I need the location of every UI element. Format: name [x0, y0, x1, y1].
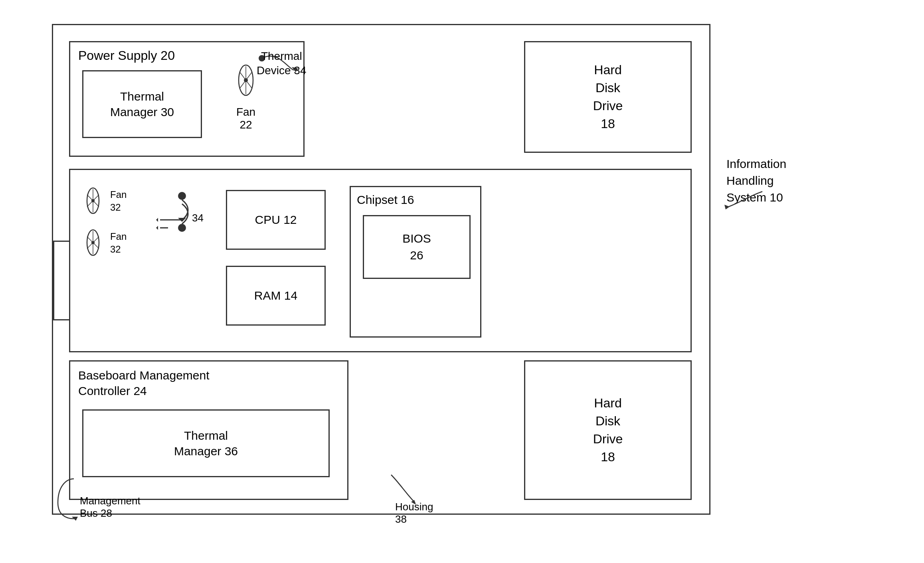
ihs-arrow-svg — [702, 184, 774, 223]
fan-32-upper-icon — [78, 186, 108, 216]
fan-32-upper-label: Fan32 — [110, 188, 127, 213]
svg-point-4 — [244, 78, 248, 82]
thermal-manager-36-label: ThermalManager 36 — [174, 428, 238, 459]
fan-32-upper: Fan32 — [78, 186, 158, 216]
svg-point-17 — [178, 192, 186, 200]
fan-32-lower-label: Fan32 — [110, 230, 127, 255]
chipset-box: Chipset 16 BIOS26 — [350, 186, 481, 338]
bios-label: BIOS26 — [402, 230, 431, 264]
housing-box: Power Supply 20 ThermalManager 30 Fan22 — [52, 24, 710, 515]
housing-area: Housing 38 — [367, 471, 447, 512]
svg-marker-23 — [156, 226, 158, 230]
svg-point-11 — [91, 199, 95, 202]
housing-label: Housing 38 — [395, 501, 447, 525]
thermal-34-label: 34 — [192, 212, 204, 224]
chipset-label: Chipset 16 — [357, 193, 414, 207]
fan-32-lower-icon — [78, 228, 108, 258]
bmc-label: Baseboard ManagementController 24 — [78, 367, 210, 399]
power-supply-label: Power Supply 20 — [78, 48, 175, 63]
fan-32-lower: Fan32 — [78, 228, 158, 258]
ihs-area: InformationHandlingSystem 10 — [726, 156, 786, 206]
fan-22-label: Fan22 — [226, 106, 266, 131]
middle-section-box: Fan32 Fan32 — [69, 169, 692, 352]
svg-point-16 — [91, 241, 95, 244]
svg-marker-26 — [724, 205, 730, 209]
cpu-label: CPU 12 — [255, 213, 297, 227]
management-bus-label: Management Bus 28 — [80, 495, 142, 520]
cpu-box: CPU 12 — [226, 190, 326, 250]
hdd-top-box: HardDiskDrive18 — [524, 41, 692, 153]
thermal-34-arrows: 34 — [156, 190, 208, 239]
ram-label: RAM 14 — [254, 289, 297, 302]
connector-tab — [53, 241, 69, 320]
hdd-bottom-label: HardDiskDrive18 — [593, 394, 623, 466]
hdd-top-label: HardDiskDrive18 — [593, 61, 623, 132]
hdd-bottom-box: HardDiskDrive18 — [524, 360, 692, 500]
diagram-container: Power Supply 20 ThermalManager 30 Fan22 — [40, 12, 884, 551]
fan-32-group: Fan32 Fan32 — [78, 186, 158, 258]
svg-point-21 — [178, 224, 186, 232]
thermal-manager-36-box: ThermalManager 36 — [82, 409, 330, 477]
thermal-device-label: ThermalDevice 34 — [257, 49, 307, 78]
svg-marker-20 — [156, 218, 158, 222]
thermal-manager-30-label: ThermalManager 30 — [110, 89, 174, 120]
thermal-manager-30-box: ThermalManager 30 — [82, 70, 202, 138]
management-bus-area: Management Bus 28 — [42, 475, 142, 524]
ram-box: RAM 14 — [226, 266, 326, 326]
bios-box: BIOS26 — [363, 215, 471, 279]
